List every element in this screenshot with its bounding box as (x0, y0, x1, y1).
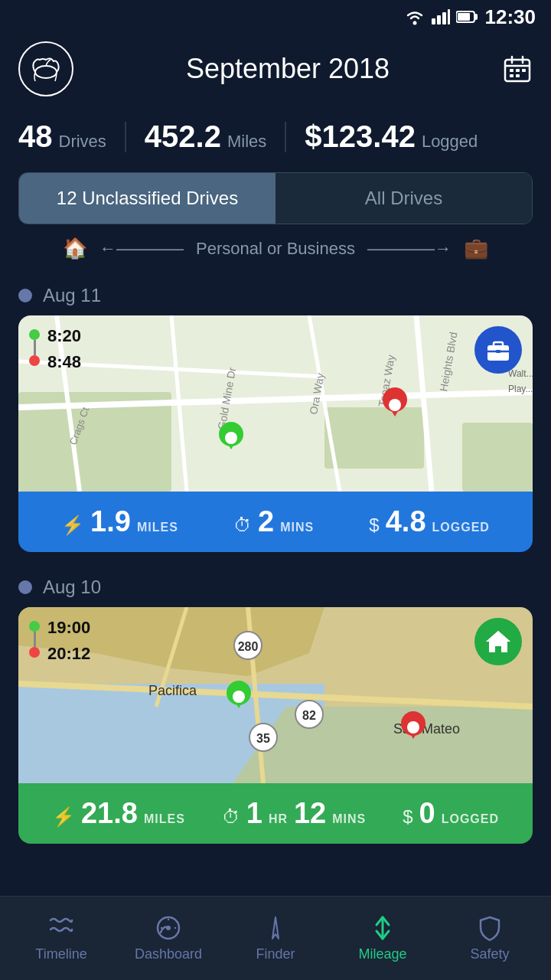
route-indicator-1 (29, 326, 40, 366)
map-svg-2: 280 35 82 Pacifica San Mateo (18, 607, 533, 783)
svg-rect-16 (510, 74, 514, 77)
svg-point-40 (225, 432, 237, 444)
header: September 2018 (0, 34, 551, 112)
calendar-button[interactable] (502, 54, 533, 84)
drive-type-badge-1[interactable] (474, 326, 522, 374)
svg-rect-20 (324, 407, 424, 469)
svg-rect-1 (432, 18, 435, 24)
svg-text:Play...: Play... (508, 384, 533, 394)
drive-card-1[interactable]: Gold Mine Dr Ora Way Topaz Way Heights B… (18, 315, 533, 552)
date-text-1: Aug 11 (43, 285, 101, 306)
date-label-1: Aug 11 (0, 273, 551, 315)
end-time-1: 8:48 (47, 352, 81, 372)
nav-label-timeline: Timeline (35, 946, 86, 962)
nav-item-mileage[interactable]: Mileage (329, 914, 436, 962)
nav-label-mileage: Mileage (358, 946, 406, 962)
page-title: September 2018 (186, 53, 390, 85)
stats-row: 48 Drives 452.2 Miles $123.42 Logged (0, 112, 551, 172)
dollar-icon-1: $ (369, 514, 379, 536)
nav-item-timeline[interactable]: Timeline (8, 914, 115, 962)
hr-unit-2: HR (269, 812, 288, 826)
svg-point-72 (166, 926, 171, 930)
brand-logo (18, 41, 73, 96)
miles-group-2: ⚡ 21.8 MILES (52, 797, 185, 830)
date-dot-2 (18, 580, 32, 594)
status-time: 12:30 (485, 5, 536, 29)
map-svg-1: Gold Mine Dr Ora Way Topaz Way Heights B… (18, 315, 533, 492)
logged-unit-2: LOGGED (442, 812, 499, 826)
start-dot-1 (29, 329, 40, 340)
drive-card-2[interactable]: 280 35 82 Pacifica San Mateo (18, 607, 533, 844)
stat-divider-2 (285, 122, 286, 152)
svg-marker-70 (486, 631, 510, 642)
tab-all-drives[interactable]: All Drives (276, 173, 532, 224)
logged-unit-1: LOGGED (432, 521, 490, 534)
cost-group-2: $ 0 LOGGED (403, 797, 499, 830)
nav-item-safety[interactable]: Safety (436, 914, 543, 962)
svg-point-43 (389, 399, 401, 411)
drive-stats-1: ⚡ 1.9 MILES ⏱ 2 MINS $ 4.8 LOGGED (18, 492, 533, 552)
bottom-nav: Timeline Dashboard Finder Mileage Safet (0, 896, 551, 980)
drive-miles-1: 1.9 (90, 505, 131, 538)
tab-unclassified[interactable]: 12 Unclassified Drives (19, 173, 276, 224)
miles-label: Miles (227, 132, 266, 152)
miles-unit-2: MILES (144, 812, 185, 826)
miles-stat: 452.2 Miles (145, 119, 266, 154)
drive-stats-2: ⚡ 21.8 MILES ⏱ 1 HR 12 MINS $ 0 LOGGED (18, 783, 533, 844)
drives-count: 48 (18, 119, 53, 154)
mileage-icon-2: ⚡ (52, 806, 75, 828)
home-icon (484, 628, 512, 655)
svg-text:82: 82 (302, 709, 316, 722)
svg-rect-3 (442, 12, 446, 24)
svg-rect-21 (462, 423, 533, 492)
logged-amount: $123.42 (305, 119, 416, 154)
clock-icon-1: ⏱ (233, 514, 252, 536)
route-line-1 (34, 340, 36, 355)
nav-item-dashboard[interactable]: Dashboard (115, 914, 222, 962)
dollar-icon-2: $ (403, 806, 412, 828)
signal-icon (432, 9, 450, 24)
nav-label-safety: Safety (470, 946, 509, 962)
svg-point-8 (35, 66, 57, 78)
nav-item-finder[interactable]: Finder (222, 914, 329, 962)
status-icons: 12:30 (404, 5, 536, 29)
miles-group-1: ⚡ 1.9 MILES (61, 505, 178, 538)
drive-mins-1: 2 (258, 505, 274, 538)
stat-divider-1 (125, 122, 126, 152)
start-time-1: 8:20 (47, 326, 81, 346)
drive-time-section-2: 19:00 20:12 (29, 618, 90, 664)
mileage-nav-icon (369, 914, 396, 942)
svg-rect-17 (516, 74, 520, 77)
finder-icon (262, 914, 289, 942)
date-dot-1 (18, 289, 32, 302)
svg-rect-7 (458, 13, 470, 21)
miles-count: 452.2 (145, 119, 221, 154)
date-label-2: Aug 10 (0, 564, 551, 607)
end-dot-1 (29, 355, 40, 366)
times-col-1: 8:20 8:48 (47, 326, 81, 372)
status-bar: 12:30 (0, 0, 551, 34)
svg-rect-2 (437, 15, 441, 24)
svg-point-68 (407, 721, 419, 733)
drives-label: Drives (59, 132, 106, 152)
drives-stat: 48 Drives (18, 119, 106, 154)
logged-label: Logged (422, 132, 478, 152)
times-col-2: 19:00 20:12 (47, 618, 90, 664)
start-dot-2 (29, 621, 40, 632)
end-dot-2 (29, 647, 40, 658)
svg-rect-13 (510, 69, 514, 72)
svg-rect-15 (522, 69, 526, 72)
drive-map-2: 280 35 82 Pacifica San Mateo (18, 607, 533, 783)
drive-type-badge-2[interactable] (474, 618, 522, 665)
safety-icon (476, 914, 504, 942)
miles-unit-1: MILES (137, 521, 178, 534)
svg-rect-4 (448, 9, 450, 24)
mileage-icon-1: ⚡ (61, 514, 84, 536)
briefcase-classify-icon: 💼 (464, 237, 488, 260)
nav-label-dashboard: Dashboard (135, 946, 202, 962)
svg-rect-14 (516, 69, 520, 72)
mins-unit-2: MINS (332, 812, 366, 826)
svg-rect-47 (496, 350, 500, 353)
briefcase-icon (484, 336, 512, 364)
mins-unit-1: MINS (280, 521, 314, 534)
